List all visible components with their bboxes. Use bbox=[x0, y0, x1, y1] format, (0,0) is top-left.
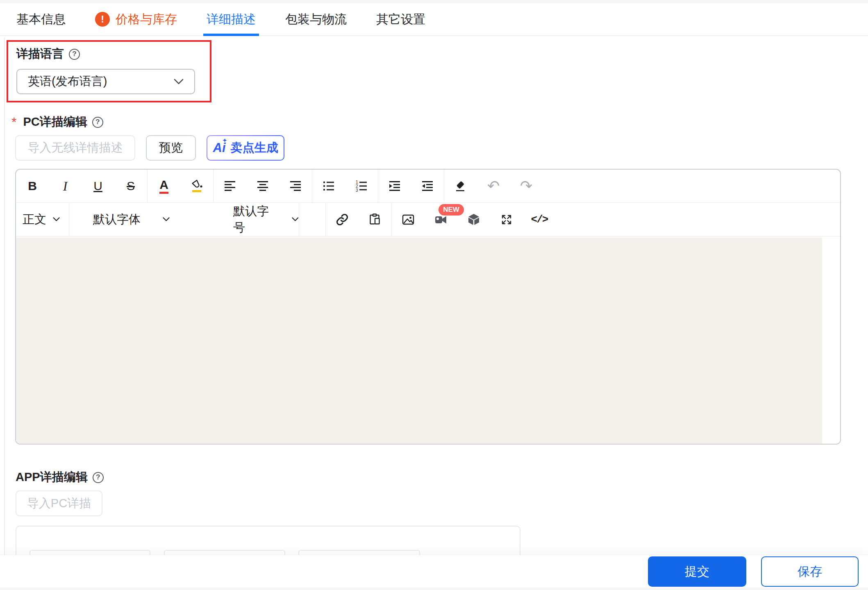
underline-button[interactable]: U bbox=[82, 170, 114, 202]
code-icon: </> bbox=[531, 214, 548, 225]
tab-packaging-logistics[interactable]: 包装与物流 bbox=[285, 3, 347, 35]
ai-selling-point-button[interactable]: Ai ✦ 卖点生成 bbox=[207, 135, 284, 161]
model-3d-cube-icon bbox=[467, 213, 481, 227]
ai-logo: Ai ✦ bbox=[213, 141, 226, 155]
top-strip bbox=[0, 0, 868, 3]
preview-button[interactable]: 预览 bbox=[146, 135, 196, 161]
undo-button[interactable]: ↶ bbox=[477, 170, 510, 202]
font-size-dropdown[interactable]: 默认字号 bbox=[217, 203, 299, 236]
align-right-icon bbox=[289, 179, 302, 193]
ai-button-label: 卖点生成 bbox=[231, 140, 278, 156]
font-color-button[interactable]: A bbox=[148, 170, 180, 202]
toolbar-row-2: 正文 默认字体 默认字号 bbox=[16, 203, 840, 236]
app-editor-label-row: APP详描编辑 ? bbox=[16, 469, 104, 486]
bullet-list-icon bbox=[322, 179, 335, 193]
save-button[interactable]: 保存 bbox=[761, 556, 859, 587]
product-edit-page: 基本信息 ! 价格与库存 详细描述 包装与物流 其它设置 详描语言 ? 英语(发… bbox=[0, 0, 868, 590]
language-select-value: 英语(发布语言) bbox=[28, 73, 107, 90]
tab-other-settings[interactable]: 其它设置 bbox=[376, 3, 425, 35]
ordered-list-icon: 1 2 3 bbox=[355, 179, 368, 193]
undo-icon: ↶ bbox=[487, 179, 500, 193]
outdent-button[interactable] bbox=[411, 170, 444, 202]
background-color-button[interactable] bbox=[180, 170, 213, 202]
chevron-down-icon bbox=[292, 217, 299, 222]
redo-icon: ↷ bbox=[520, 179, 532, 193]
left-divider bbox=[4, 38, 5, 587]
language-label: 详描语言 bbox=[16, 46, 64, 62]
submit-button[interactable]: 提交 bbox=[648, 556, 746, 587]
indent-icon bbox=[388, 179, 401, 193]
link-icon bbox=[336, 213, 349, 226]
font-size-value: 默认字号 bbox=[233, 203, 279, 236]
ai-sparkle-icon: ✦ bbox=[222, 137, 227, 144]
app-editor-label: APP详描编辑 bbox=[16, 469, 88, 486]
tab-label: 包装与物流 bbox=[285, 11, 347, 28]
chevron-down-icon bbox=[174, 79, 184, 85]
insert-image-button[interactable] bbox=[392, 203, 425, 236]
toolbar-row-1: B I U S A bbox=[16, 170, 840, 203]
tab-label: 其它设置 bbox=[376, 11, 425, 28]
fullscreen-icon bbox=[500, 213, 513, 226]
insert-link-button[interactable] bbox=[326, 203, 359, 236]
image-icon bbox=[401, 213, 415, 227]
help-icon[interactable]: ? bbox=[92, 117, 103, 128]
ordered-list-button[interactable]: 1 2 3 bbox=[345, 170, 378, 202]
import-pc-button[interactable]: 导入PC详描 bbox=[16, 490, 102, 516]
language-label-row: 详描语言 ? bbox=[16, 46, 80, 62]
align-center-icon bbox=[256, 179, 269, 193]
editor-body bbox=[16, 238, 840, 444]
align-left-button[interactable] bbox=[214, 170, 246, 202]
strikethrough-icon: S bbox=[127, 180, 135, 192]
align-left-icon bbox=[223, 179, 236, 193]
help-icon[interactable]: ? bbox=[69, 49, 80, 60]
tab-detail-description[interactable]: 详细描述 bbox=[207, 3, 256, 35]
import-wireless-button[interactable]: 导入无线详情描述 bbox=[15, 135, 135, 161]
paragraph-style-dropdown[interactable]: 正文 bbox=[16, 203, 69, 236]
svg-text:3: 3 bbox=[356, 188, 358, 193]
import-wireless-label: 导入无线详情描述 bbox=[28, 140, 123, 156]
tab-label: 价格与库存 bbox=[116, 11, 177, 28]
tab-label: 基本信息 bbox=[16, 11, 66, 28]
align-right-button[interactable] bbox=[279, 170, 312, 202]
warning-mark: ! bbox=[101, 14, 104, 25]
chevron-down-icon bbox=[53, 217, 60, 222]
chevron-down-icon bbox=[163, 217, 170, 222]
bold-button[interactable]: B bbox=[16, 170, 49, 202]
help-mark: ? bbox=[96, 473, 100, 481]
strikethrough-button[interactable]: S bbox=[114, 170, 147, 202]
required-mark: * bbox=[11, 115, 16, 130]
font-family-value: 默认字体 bbox=[93, 211, 141, 228]
background-color-icon bbox=[189, 179, 204, 193]
font-color-icon: A bbox=[159, 179, 168, 194]
help-icon[interactable]: ? bbox=[93, 472, 104, 483]
submit-label: 提交 bbox=[685, 563, 709, 580]
bullet-list-button[interactable] bbox=[312, 170, 345, 202]
outdent-icon bbox=[421, 179, 434, 193]
italic-button[interactable]: I bbox=[49, 170, 82, 202]
clear-format-icon bbox=[454, 179, 468, 193]
paste-button[interactable] bbox=[359, 203, 391, 236]
help-mark: ? bbox=[95, 118, 100, 126]
fullscreen-button[interactable] bbox=[490, 203, 523, 236]
tab-label: 详细描述 bbox=[207, 11, 256, 28]
pc-editor-label: PC详描编辑 bbox=[23, 114, 87, 130]
align-center-button[interactable] bbox=[246, 170, 279, 202]
editor-canvas[interactable] bbox=[16, 238, 822, 444]
source-code-button[interactable]: </> bbox=[523, 203, 556, 236]
tab-basic-info[interactable]: 基本信息 bbox=[16, 3, 66, 35]
import-pc-label: 导入PC详描 bbox=[27, 495, 91, 512]
save-label: 保存 bbox=[798, 563, 822, 580]
indent-button[interactable] bbox=[378, 170, 411, 202]
underline-icon: U bbox=[93, 180, 102, 192]
font-family-dropdown[interactable]: 默认字体 bbox=[69, 203, 217, 236]
clear-format-button[interactable] bbox=[444, 170, 477, 202]
warning-icon: ! bbox=[95, 12, 110, 27]
new-badge-label: NEW bbox=[443, 206, 459, 214]
tab-price-inventory[interactable]: ! 价格与库存 bbox=[95, 3, 177, 35]
insert-video-button[interactable]: NEW bbox=[425, 203, 457, 236]
help-mark: ? bbox=[72, 50, 76, 58]
paste-icon bbox=[368, 213, 382, 227]
redo-button[interactable]: ↷ bbox=[510, 170, 543, 202]
language-select[interactable]: 英语(发布语言) bbox=[16, 69, 195, 94]
toolbar-spacer bbox=[299, 203, 325, 236]
